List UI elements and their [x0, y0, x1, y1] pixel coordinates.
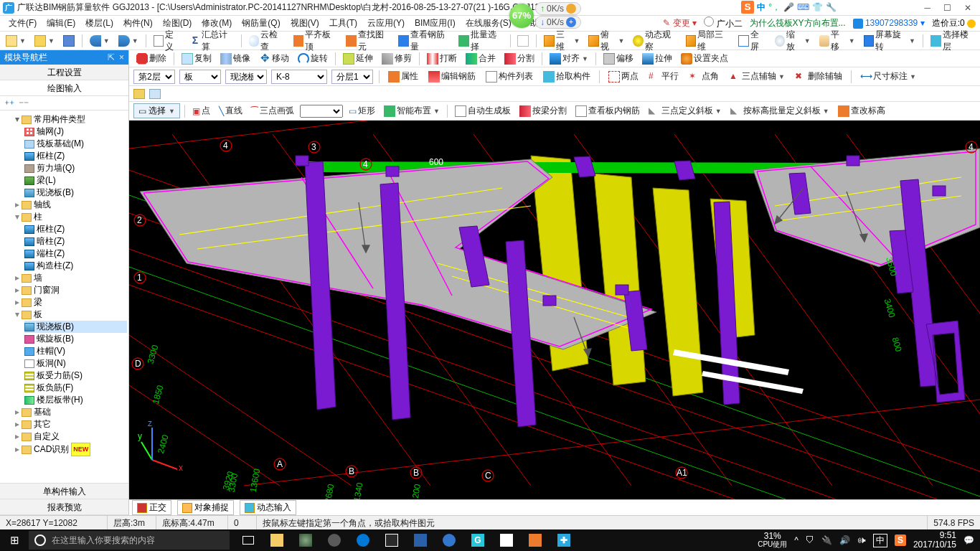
tab-draw[interactable]: 绘图输入 — [0, 80, 128, 96]
sub-select[interactable]: 现浇板 — [225, 70, 267, 84]
taskbar[interactable]: ⊞ 在这里输入你要搜索的内容 G ✚ 31%CPU使用 ^ ⛉ 🔌 🔊 🕪 中 … — [0, 529, 980, 551]
delete-button[interactable]: 删除 — [133, 51, 169, 66]
app3-icon[interactable] — [406, 529, 435, 551]
app7-icon[interactable]: ✚ — [550, 529, 578, 551]
ortho-toggle[interactable]: 正交 — [132, 500, 171, 515]
layer-select[interactable]: 分层1 — [331, 70, 373, 84]
open-button[interactable]: ▼ — [32, 34, 57, 48]
net-badge[interactable]: 67% ↑0K/s ↓0K/s+ — [509, 2, 581, 29]
twopt-button[interactable]: 两点 — [606, 69, 641, 84]
3d-viewport[interactable]: 21D 434 ABB CA14 3300 1850 2400 3920 136… — [129, 121, 980, 499]
arc-select[interactable] — [300, 105, 343, 118]
menu-edit[interactable]: 编辑(E) — [42, 16, 80, 31]
taskview-icon[interactable] — [234, 529, 263, 551]
tray-notif-icon[interactable]: 💬 — [963, 535, 974, 545]
copy-button[interactable]: 复制 — [179, 51, 215, 66]
app1-icon[interactable] — [291, 529, 320, 551]
editrebar-button[interactable]: 编辑钢筋 — [425, 69, 479, 84]
maximize-button[interactable]: ☐ — [943, 3, 951, 13]
new-button[interactable]: ▼ — [3, 34, 29, 48]
mirror-button[interactable]: 镜像 — [217, 51, 253, 66]
shirt-icon[interactable]: 👕 — [812, 2, 823, 12]
break-button[interactable]: 打断 — [424, 51, 460, 66]
beamsplit-button[interactable]: 按梁分割 — [517, 103, 570, 118]
rotate-button[interactable]: 旋转 — [295, 51, 331, 66]
menu-file[interactable]: 文件(F) — [4, 16, 41, 31]
align-button[interactable]: 对齐▼ — [547, 51, 591, 66]
close-button[interactable]: ✕ — [964, 3, 971, 13]
punct-icon[interactable]: °， — [768, 1, 781, 14]
ptangle-button[interactable]: ✶点角 — [686, 69, 722, 84]
mic-icon[interactable]: 🎤 — [783, 2, 794, 12]
batch-button[interactable]: ◣按标高批量定义斜板▼ — [727, 103, 832, 118]
sogou-icon[interactable]: S — [741, 1, 754, 14]
undo-button[interactable]: ▼ — [87, 34, 113, 48]
smart-button[interactable]: 智能布置▼ — [381, 103, 443, 118]
taskbar-search[interactable]: 在这里输入你要搜索的内容 — [29, 531, 230, 550]
tray-power-icon[interactable]: 🔌 — [821, 535, 832, 545]
ime-mode[interactable]: 中 — [757, 1, 765, 14]
tree-selected[interactable]: 现浇板(B) — [24, 321, 127, 333]
component-tree[interactable]: ▾常用构件类型 轴网(J) 筏板基础(M) 框柱(Z) 剪力墙(Q) 梁(L) … — [0, 110, 128, 483]
pull-button[interactable]: 拉伸 — [639, 51, 675, 66]
st-1[interactable] — [133, 89, 145, 99]
wrench-icon[interactable]: 🔧 — [826, 2, 837, 12]
tray-vol-icon[interactable]: 🔊 — [839, 535, 850, 545]
app4-icon[interactable]: G — [463, 529, 492, 551]
merge-button[interactable]: 合并 — [463, 51, 499, 66]
tray[interactable]: 31%CPU使用 ^ ⛉ 🔌 🔊 🕪 中 S 9:512017/10/15 💬 — [752, 531, 980, 550]
extend-button[interactable]: 延伸 — [340, 51, 376, 66]
line-button[interactable]: ╲直线 — [216, 103, 245, 118]
chk-button[interactable]: 查改标高 — [835, 103, 888, 118]
auto-button[interactable]: 自动生成板 — [452, 103, 514, 118]
code-select[interactable]: K-8 — [271, 70, 327, 84]
pin-icon[interactable]: ⇱ — [108, 50, 115, 65]
grips-button[interactable]: 设置夹点 — [678, 51, 731, 66]
minimize-button[interactable]: ─ — [924, 3, 930, 13]
split-button[interactable]: 分割 — [501, 51, 537, 66]
snap-toggle[interactable]: 对象捕捉 — [177, 500, 234, 515]
start-button[interactable]: ⊞ — [0, 529, 29, 551]
tab-single[interactable]: 单构件输入 — [0, 484, 128, 499]
tray-ime-icon[interactable]: 中 — [873, 534, 887, 547]
menu-floor[interactable]: 楼层(L) — [81, 16, 118, 31]
tray-up-icon[interactable]: ^ — [794, 535, 798, 545]
blank-button[interactable] — [514, 34, 532, 48]
store-icon[interactable] — [377, 529, 406, 551]
delaux-button[interactable]: ✖删除辅轴 — [792, 69, 845, 84]
expand-icon[interactable]: ⁺⁺ — [4, 98, 14, 108]
point-button[interactable]: ▣点 — [189, 103, 213, 118]
app6-icon[interactable] — [521, 529, 550, 551]
ime-toolbar[interactable]: S 中 °， 🎤 ⌨ 👕 🔧 — [741, 1, 837, 14]
parallel-button[interactable]: #平行 — [646, 69, 682, 84]
tray-clock[interactable]: 9:512017/10/15 — [913, 531, 956, 550]
app5-icon[interactable] — [492, 529, 521, 551]
edge-icon[interactable] — [349, 529, 377, 551]
select-button[interactable]: ▭选择▼ — [133, 103, 180, 118]
attr-button[interactable]: 属性 — [385, 69, 421, 84]
explorer-icon[interactable] — [263, 529, 291, 551]
collapse-icon[interactable]: ⁻⁻ — [19, 98, 29, 108]
rect-button[interactable]: ▭矩形 — [346, 103, 378, 118]
trim-button[interactable]: 修剪 — [379, 51, 415, 66]
complist-button[interactable]: 构件列表 — [483, 69, 536, 84]
dim-button[interactable]: ⟷尺寸标注▼ — [857, 69, 919, 84]
dyn-toggle[interactable]: 动态输入 — [240, 500, 296, 515]
floor-select[interactable]: 第2层 — [133, 70, 175, 84]
type-select[interactable]: 板 — [179, 70, 221, 84]
tab-report[interactable]: 报表预览 — [0, 499, 128, 515]
arc-button[interactable]: ⁀三点画弧 — [248, 103, 297, 118]
viewslab-button[interactable]: 查看板内钢筋 — [573, 103, 643, 118]
ie-icon[interactable] — [435, 529, 463, 551]
move-button[interactable]: ✥移动 — [256, 51, 292, 66]
close-panel-icon[interactable]: × — [119, 50, 124, 65]
keyboard-icon[interactable]: ⌨ — [797, 2, 809, 12]
tri-button[interactable]: ◣三点定义斜板▼ — [646, 103, 725, 118]
tray-shield-icon[interactable]: ⛉ — [806, 535, 814, 545]
redo-button[interactable]: ▼ — [116, 34, 141, 48]
offset-button[interactable]: 偏移 — [600, 51, 636, 66]
pick-button[interactable]: 拾取构件 — [540, 69, 593, 84]
tray-sogou-icon[interactable]: S — [895, 534, 906, 546]
save-button[interactable] — [60, 34, 77, 48]
app2-icon[interactable] — [320, 529, 349, 551]
